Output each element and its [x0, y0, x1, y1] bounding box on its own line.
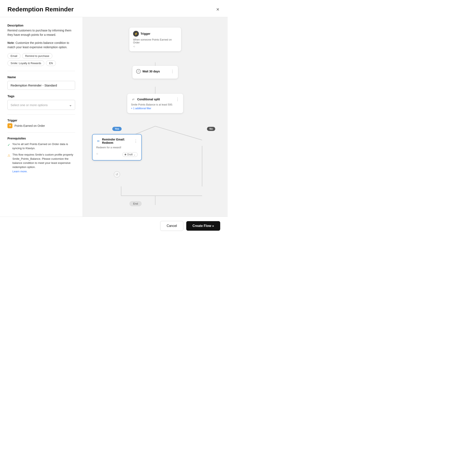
conditional-node-label: Conditional split [137, 98, 160, 101]
wait-node-label: Wait 30 days [142, 70, 160, 73]
email-node-header: ✉ Reminder Email: Redeem ⋮ [96, 138, 138, 144]
warning-icon: ⚠ [7, 153, 10, 174]
divider-1 [7, 71, 75, 71]
tag-email: Email [7, 53, 20, 59]
trigger-node-meta: ⟲ [133, 45, 177, 48]
wait-menu-icon[interactable]: ⋮ [170, 69, 174, 74]
conditional-node-sub: Smile Points Balance is at least 500. [131, 103, 179, 106]
tag-remind: Remind to purchase [22, 53, 52, 59]
close-button[interactable]: × [215, 6, 220, 13]
prereq-warning-item: ⚠ This flow requires Smile’s custom prof… [7, 153, 75, 174]
modal-footer: Cancel Create Flow » [0, 217, 228, 235]
cancel-button[interactable]: Cancel [160, 221, 183, 231]
no-badge: No [207, 127, 215, 131]
create-flow-button[interactable]: Create Flow » [186, 221, 220, 231]
draft-chevron-icon: ⌄ [134, 153, 135, 156]
wait-title-row: ⏱ Wait 30 days [136, 69, 160, 74]
divider-3 [7, 132, 75, 133]
draft-label: Draft [127, 153, 133, 156]
modal-body: Description Remind customers to purchase… [0, 17, 228, 217]
left-panel: Description Remind customers to purchase… [0, 17, 83, 217]
trigger-value: Points Earned on Order [15, 124, 45, 127]
note-content: : Customize the points balance condition… [7, 41, 69, 49]
divider-2 [7, 114, 75, 115]
trigger-node-icon: ⚡ [133, 31, 139, 37]
end-node: End [129, 201, 142, 206]
description-text: Remind customers to purchase by informin… [7, 28, 75, 37]
tag-smile: Smile: Loyalty & Rewards [7, 60, 44, 66]
tag-pills-row: Email Remind to purchase Smile: Loyalty … [7, 53, 75, 66]
conditional-node: ⇄ Conditional split ⋮ Smile Points Balan… [127, 94, 183, 113]
split-icon: ⇄ [131, 97, 136, 101]
tags-placeholder: Select one or more options [11, 103, 48, 107]
chevron-down-icon: ⌄ [69, 103, 72, 107]
email-menu-icon[interactable]: ⋮ [134, 139, 138, 143]
prerequisites-section: Prerequisites ✓ You’re all set! Points E… [7, 137, 75, 174]
name-label: Name [7, 75, 75, 79]
svg-line-3 [155, 126, 202, 140]
note-bold: Note [7, 41, 14, 45]
email-icon: ✉ [96, 139, 100, 143]
trigger-title-row: ⚡ Trigger [133, 31, 150, 37]
prereq-success-item: ✓ You’re all set! Points Earned on Order… [7, 142, 75, 151]
trigger-node-header: ⚡ Trigger [133, 31, 177, 37]
description-heading: Description [7, 24, 75, 27]
prereq-success-text: You’re all set! Points Earned on Order d… [12, 142, 75, 151]
prereq-warning-text: This flow requires Smile’s custom profil… [12, 153, 75, 174]
conditional-title-row: ⇄ Conditional split [131, 97, 160, 101]
name-input[interactable] [7, 81, 75, 90]
right-panel: ⚡ Trigger When someone Points Earned on … [83, 17, 228, 217]
flow-canvas: ⚡ Trigger When someone Points Earned on … [83, 17, 228, 217]
conditional-node-filter: + 1 additional filter [131, 107, 179, 110]
trigger-row: ✦ Points Earned on Order [7, 123, 75, 128]
draft-dot-icon [125, 154, 126, 155]
email-node-label: Reminder Email: Redeem [102, 138, 134, 144]
tags-label: Tags [7, 94, 75, 98]
trigger-node-sub: When someone Points Earned on Order [133, 38, 177, 44]
modal: Redemption Reminder × Description Remind… [0, 0, 228, 235]
email-logo-icon: ⊙ [96, 152, 98, 155]
modal-header: Redemption Reminder × [0, 0, 228, 17]
check-icon: ✓ [7, 143, 10, 151]
wait-node-header: ⏱ Wait 30 days ⋮ [136, 69, 174, 74]
email-node-footer: ⊙ Draft ⌄ [96, 151, 138, 157]
learn-more-link[interactable]: Learn more. [12, 170, 28, 173]
trigger-node: ⚡ Trigger When someone Points Earned on … [129, 28, 181, 51]
email-title-row: ✉ Reminder Email: Redeem [96, 138, 134, 144]
tag-en: EN [46, 60, 56, 66]
yes-badge: Yes [112, 127, 122, 131]
trigger-icon: ✦ [7, 123, 12, 128]
no-label: No [207, 127, 215, 131]
refresh-icon: ↺ [116, 173, 118, 176]
trigger-section: Trigger ✦ Points Earned on Order [7, 119, 75, 128]
conditional-node-header: ⇄ Conditional split ⋮ [131, 97, 179, 101]
refresh-node: ↺ [114, 171, 120, 178]
wait-node: ⏱ Wait 30 days ⋮ [133, 66, 178, 79]
yes-label: Yes [112, 127, 122, 131]
draft-badge[interactable]: Draft ⌄ [122, 152, 138, 157]
clock-icon: ⏱ [136, 69, 141, 74]
trigger-label: Trigger [7, 119, 75, 122]
prerequisites-label: Prerequisites [7, 137, 75, 140]
tags-select[interactable]: Select one or more options ⌄ [7, 100, 75, 110]
email-node-sub: Redeem for a reward! [96, 146, 138, 149]
trigger-node-label: Trigger [140, 32, 150, 35]
note-text: Note: Customize the points balance condi… [7, 41, 75, 50]
modal-title: Redemption Reminder [7, 6, 74, 13]
email-node: ✉ Reminder Email: Redeem ⋮ Redeem for a … [92, 134, 142, 161]
conditional-menu-icon[interactable]: ⋮ [176, 97, 179, 101]
end-label: End [133, 202, 138, 205]
